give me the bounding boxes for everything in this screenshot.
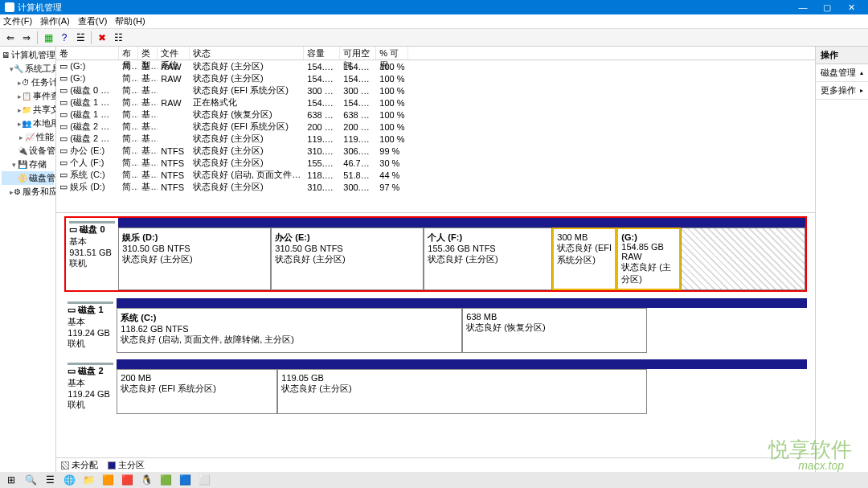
partition[interactable]: 个人 (F:)155.36 GB NTFS状态良好 (主分区): [424, 228, 552, 290]
legend-primary: 主分区: [108, 459, 145, 471]
col-layout[interactable]: 布局: [119, 47, 138, 59]
col-status[interactable]: 状态: [190, 47, 304, 59]
menu-view[interactable]: 查看(V): [78, 15, 108, 27]
forward-button[interactable]: ⇒: [19, 31, 34, 45]
tree-system-tools[interactable]: ▾🔧系统工具: [2, 62, 54, 76]
volume-row[interactable]: ▭ (磁盘 1 磁盘分区 2)简单基本状态良好 (恢复分区)638 MB638 …: [56, 109, 815, 121]
partition[interactable]: 638 MB状态良好 (恢复分区): [462, 308, 647, 353]
action-button[interactable]: ✖: [95, 31, 109, 45]
partition[interactable]: [681, 228, 805, 290]
partition[interactable]: 300 MB状态良好 (EFI 系统分区): [552, 228, 616, 290]
refresh-button[interactable]: ▦: [41, 31, 55, 45]
col-capacity[interactable]: 容量: [304, 47, 340, 59]
partition[interactable]: (G:)154.85 GB RAW状态良好 (主分区): [616, 228, 681, 290]
col-filesystem[interactable]: 文件系统: [158, 47, 190, 59]
properties-button[interactable]: ☱: [73, 31, 88, 45]
close-button[interactable]: ✕: [839, 2, 863, 13]
menu-help[interactable]: 帮助(H): [115, 15, 145, 27]
app-icon[interactable]: 🟩: [158, 474, 174, 486]
volume-row[interactable]: ▭ (磁盘 2 磁盘分区 2)简单基本状态良好 (主分区)119.05 GB11…: [56, 133, 815, 145]
toolbar-separator: [37, 31, 38, 44]
col-free[interactable]: 可用空间: [340, 47, 376, 59]
tree-event-viewer[interactable]: ▸📋事件查看器: [2, 89, 54, 103]
maximize-button[interactable]: ▢: [815, 2, 839, 13]
partition[interactable]: 119.05 GB状态良好 (主分区): [277, 369, 647, 414]
search-icon[interactable]: 🔍: [23, 474, 39, 486]
partition[interactable]: 娱乐 (D:)310.50 GB NTFS状态良好 (主分区): [118, 228, 271, 290]
tree-task-scheduler[interactable]: ▸⏱任务计划程序: [2, 76, 54, 89]
legend-unallocated: 未分配: [61, 459, 98, 471]
volume-row[interactable]: ▭ 系统 (C:)简单基本NTFS状态良好 (启动, 页面文件, 故障转储, 主…: [56, 169, 815, 181]
disk-graphical-view[interactable]: ▭ 磁盘 0基本931.51 GB联机娱乐 (D:)310.50 GB NTFS…: [56, 213, 815, 457]
disk-label[interactable]: ▭ 磁盘 2基本119.24 GB联机: [64, 359, 117, 414]
disk-block[interactable]: ▭ 磁盘 1基本119.24 GB联机系统 (C:)118.62 GB NTFS…: [64, 298, 807, 353]
tree-disk-management[interactable]: 📀磁盘管理: [2, 171, 54, 185]
disk-label[interactable]: ▭ 磁盘 1基本119.24 GB联机: [64, 298, 117, 353]
partition[interactable]: 200 MB状态良好 (EFI 系统分区): [117, 369, 277, 414]
volume-list[interactable]: ▭ (G:)简单基本RAW状态良好 (主分区)154.85 GB154.85 G…: [56, 60, 815, 213]
window-title: 计算机管理: [18, 2, 791, 14]
start-button[interactable]: ⊞: [3, 474, 19, 486]
legend: 未分配 主分区: [56, 457, 815, 472]
tree-performance[interactable]: ▸📈性能: [2, 130, 54, 144]
tree-services[interactable]: ▸⚙服务和应用程序: [2, 185, 54, 199]
volume-row[interactable]: ▭ 娱乐 (D:)简单基本NTFS状态良好 (主分区)310.50 GB300.…: [56, 181, 815, 193]
tree-local-users[interactable]: ▸👥本地用户和组: [2, 117, 54, 130]
tree-storage[interactable]: ▾💾存储: [2, 158, 54, 171]
view-button[interactable]: ☷: [111, 31, 125, 45]
col-type[interactable]: 类型: [138, 47, 158, 59]
disk-block[interactable]: ▭ 磁盘 2基本119.24 GB联机200 MB状态良好 (EFI 系统分区)…: [64, 359, 807, 414]
volume-row[interactable]: ▭ (磁盘 0 磁盘分区 4)简单基本状态良好 (EFI 系统分区)300 MB…: [56, 84, 815, 96]
disk-label[interactable]: ▭ 磁盘 0基本931.51 GB联机: [66, 218, 118, 290]
app-icon: [5, 2, 14, 12]
volume-row[interactable]: ▭ (磁盘 2 磁盘分区 1)简单基本状态良好 (EFI 系统分区)200 MB…: [56, 121, 815, 133]
menu-bar: 文件(F) 操作(A) 查看(V) 帮助(H): [0, 14, 868, 29]
taskbar: ⊞ 🔍 ☰ 🌐 📁 🟧 🟥 🐧 🟩 🟦 ⬜: [0, 472, 868, 488]
volume-list-header: 卷 布局 类型 文件系统 状态 容量 可用空间 % 可用: [56, 47, 815, 60]
menu-action[interactable]: 操作(A): [40, 15, 70, 27]
volume-row[interactable]: ▭ (G:)简单基本RAW状态良好 (主分区)154.85 GB154.85 G…: [56, 72, 815, 84]
explorer-icon[interactable]: 📁: [80, 474, 96, 486]
partition[interactable]: [647, 369, 804, 414]
actions-more[interactable]: 更多操作▸: [816, 82, 868, 100]
edge-icon[interactable]: 🌐: [61, 474, 77, 486]
help-button[interactable]: ?: [57, 31, 72, 45]
app-icon[interactable]: 🟦: [177, 474, 193, 486]
tree-root[interactable]: 🖥计算机管理(本地): [2, 48, 54, 62]
app-icon[interactable]: 🐧: [138, 474, 154, 486]
partition[interactable]: 系统 (C:)118.62 GB NTFS状态良好 (启动, 页面文件, 故障转…: [117, 308, 462, 353]
actions-pane: 操作 磁盘管理▴ 更多操作▸: [815, 47, 868, 472]
toolbar-separator: [91, 31, 92, 44]
volume-row[interactable]: ▭ (磁盘 1 磁盘分区 1)简单基本RAW正在格式化154.85 GB154.…: [56, 96, 815, 109]
app-icon[interactable]: ⬜: [196, 474, 212, 486]
actions-header: 操作: [816, 47, 868, 64]
nav-tree: 🖥计算机管理(本地) ▾🔧系统工具 ▸⏱任务计划程序 ▸📋事件查看器 ▸📁共享文…: [0, 47, 56, 472]
col-volume[interactable]: 卷: [56, 47, 119, 59]
partition[interactable]: 办公 (E:)310.50 GB NTFS状态良好 (主分区): [271, 228, 424, 290]
app-icon[interactable]: 🟧: [100, 474, 116, 486]
volume-row[interactable]: ▭ 办公 (E:)简单基本NTFS状态良好 (主分区)310.50 GB306.…: [56, 145, 815, 157]
disk-block[interactable]: ▭ 磁盘 0基本931.51 GB联机娱乐 (D:)310.50 GB NTFS…: [64, 216, 807, 292]
volume-row[interactable]: ▭ 个人 (F:)简单基本NTFS状态良好 (主分区)155.36 GB46.7…: [56, 157, 815, 169]
tree-shared-folders[interactable]: ▸📁共享文件夹: [2, 103, 54, 117]
toolbar: ⇐ ⇒ ▦ ? ☱ ✖ ☷: [0, 29, 868, 47]
partition[interactable]: [647, 308, 804, 353]
app-icon[interactable]: 🟥: [119, 474, 135, 486]
actions-disk-management[interactable]: 磁盘管理▴: [816, 64, 868, 82]
taskview-icon[interactable]: ☰: [42, 474, 58, 486]
back-button[interactable]: ⇐: [3, 31, 18, 45]
tree-device-manager[interactable]: 🔌设备管理器: [2, 144, 54, 158]
col-pct[interactable]: % 可用: [376, 47, 408, 59]
menu-file[interactable]: 文件(F): [3, 15, 32, 27]
title-bar: 计算机管理 — ▢ ✕: [0, 0, 868, 14]
minimize-button[interactable]: —: [791, 2, 815, 12]
